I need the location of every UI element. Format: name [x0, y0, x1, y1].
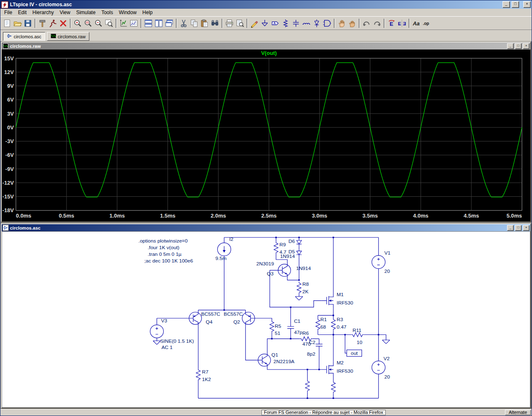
- rotate-icon[interactable]: E: [386, 18, 397, 28]
- svg-text:0V: 0V: [7, 124, 14, 131]
- save-icon[interactable]: [22, 18, 33, 28]
- svg-text:I2: I2: [229, 236, 233, 242]
- tile-horizontal-icon[interactable]: [143, 18, 153, 28]
- move-icon[interactable]: [336, 18, 347, 28]
- plot-settings-icon[interactable]: [128, 18, 139, 28]
- component-R4[interactable]: [331, 381, 335, 394]
- undo-icon[interactable]: [361, 18, 372, 28]
- zoom-out-icon[interactable]: [93, 18, 103, 28]
- svg-text:20: 20: [384, 268, 390, 274]
- resistor-icon[interactable]: [280, 18, 291, 28]
- close-button[interactable]: ×: [523, 1, 531, 8]
- svg-text:E: E: [389, 20, 393, 27]
- waveform-close-button[interactable]: ×: [523, 43, 530, 49]
- component-R11[interactable]: R11 10: [351, 327, 364, 345]
- find-icon[interactable]: [209, 18, 220, 28]
- svg-text:10: 10: [357, 339, 362, 345]
- menu-window[interactable]: Window: [116, 9, 140, 16]
- copy-icon[interactable]: [189, 18, 199, 28]
- component-C2[interactable]: C2 8p2: [307, 339, 323, 357]
- component-V1[interactable]: V1 20: [372, 250, 391, 274]
- new-schematic-icon[interactable]: [2, 18, 12, 28]
- menu-help[interactable]: Help: [140, 9, 156, 16]
- component-I2[interactable]: I2 9.5m: [215, 236, 234, 261]
- tab-circlomos-asc[interactable]: circlomos.asc: [3, 32, 45, 41]
- halt-icon[interactable]: [58, 18, 68, 28]
- menu-view[interactable]: View: [57, 9, 73, 16]
- label-net-icon[interactable]: [270, 18, 280, 28]
- print-preview-icon[interactable]: [234, 18, 245, 28]
- waveform-plot-pane[interactable]: 15V12V9V6V3V0V-3V-6V-9V-12V-15V-18V0.0ms…: [2, 50, 530, 221]
- run-icon[interactable]: [47, 18, 58, 28]
- cut-icon[interactable]: [178, 18, 189, 28]
- ground-icon[interactable]: [259, 18, 270, 28]
- open-icon[interactable]: [12, 18, 22, 28]
- toolbar-separator: [116, 19, 116, 28]
- ground-symbols: [153, 297, 390, 344]
- menu-hierarchy[interactable]: Hierarchy: [30, 9, 57, 16]
- component-R7[interactable]: R7 1K2: [196, 369, 211, 382]
- menu-simulate[interactable]: Simulate: [73, 9, 99, 16]
- schematic-canvas[interactable]: .options plotwinsize=0 .four 1K v(out) .…: [2, 232, 530, 407]
- text-icon[interactable]: Aa: [411, 18, 421, 28]
- redo-icon[interactable]: [372, 18, 382, 28]
- spice-directive-icon[interactable]: .op: [421, 18, 432, 28]
- component-R8[interactable]: R8 2K: [297, 281, 309, 295]
- menu-file[interactable]: File: [1, 9, 15, 16]
- paste-icon[interactable]: [199, 18, 209, 28]
- component-M2[interactable]: M2 IRF530: [322, 360, 353, 378]
- component-R2[interactable]: [305, 380, 310, 392]
- schematic-restore-button[interactable]: □: [515, 225, 522, 231]
- component-V2[interactable]: V2 20: [372, 356, 390, 380]
- component-R3[interactable]: R3 0.47: [331, 317, 347, 331]
- waveform-minimize-button[interactable]: _: [507, 43, 514, 49]
- minimize-button[interactable]: _: [502, 1, 510, 8]
- schematic-window: circlomos.asc _ □ ×: [1, 223, 531, 409]
- schematic-canvas-pane[interactable]: .options plotwinsize=0 .four 1K v(out) .…: [2, 231, 530, 408]
- wire-icon[interactable]: [249, 18, 259, 28]
- schematic-window-titlebar[interactable]: circlomos.asc _ □ ×: [2, 224, 530, 231]
- component-Q4[interactable]: BC557C Q4: [189, 310, 220, 326]
- schematic-minimize-button[interactable]: _: [507, 225, 514, 231]
- component-Q1[interactable]: Q1 2N2219A: [258, 352, 295, 368]
- svg-text:R11: R11: [352, 327, 362, 333]
- waveform-file-icon: [51, 33, 56, 40]
- diode-icon[interactable]: [311, 18, 322, 28]
- waveform-restore-button[interactable]: □: [515, 43, 522, 49]
- trace-name-label[interactable]: V(out): [261, 50, 277, 56]
- cascade-icon[interactable]: [164, 18, 174, 28]
- svg-text:12V: 12V: [4, 69, 14, 75]
- component-icon[interactable]: [322, 18, 332, 28]
- schematic-close-button[interactable]: ×: [523, 225, 530, 231]
- capacitor-icon[interactable]: [291, 18, 301, 28]
- net-label-out[interactable]: out: [347, 350, 362, 357]
- component-Q2[interactable]: BC557C Q2: [224, 310, 254, 326]
- maximize-button[interactable]: □: [512, 1, 519, 8]
- waveform-plot-svg[interactable]: 15V12V9V6V3V0V-3V-6V-9V-12V-15V-18V0.0ms…: [2, 50, 530, 221]
- tab-circlomos-raw[interactable]: circlomos.raw: [47, 32, 89, 41]
- autorange-y-icon[interactable]: [118, 18, 128, 28]
- spice-directives[interactable]: .options plotwinsize=0 .four 1K v(out) .…: [138, 238, 193, 264]
- tile-vertical-icon[interactable]: [153, 18, 164, 28]
- inductor-icon[interactable]: [301, 18, 311, 28]
- background-taskbar-button[interactable]: Forum FS Generation - Répondre au sujet …: [261, 410, 386, 415]
- component-R5[interactable]: R5 51: [270, 320, 281, 336]
- component-Q3[interactable]: 2N3019 Q3: [256, 261, 291, 278]
- zoom-back-icon[interactable]: [83, 18, 93, 28]
- waveform-window-titlebar[interactable]: circlomos.raw _ □ ×: [2, 42, 530, 50]
- component-M1[interactable]: M1 IRF530: [322, 292, 353, 309]
- svg-text:.tran 0 5m 0 1µ: .tran 0 5m 0 1µ: [148, 251, 181, 257]
- mirror-icon[interactable]: EE: [397, 18, 407, 28]
- print-icon[interactable]: [224, 18, 234, 28]
- toolbar-separator: [359, 19, 360, 28]
- title-bar[interactable]: LTspice IV - circlomos.asc _ □ ×: [0, 0, 532, 9]
- control-panel-icon[interactable]: [37, 18, 47, 28]
- menu-edit[interactable]: Edit: [15, 9, 30, 16]
- drag-icon[interactable]: [347, 18, 357, 28]
- zoom-in-icon[interactable]: [72, 18, 83, 28]
- menu-tools[interactable]: Tools: [99, 9, 116, 16]
- svg-text:BC557C: BC557C: [201, 311, 220, 317]
- component-R1[interactable]: R1 68: [316, 317, 327, 331]
- component-C1[interactable]: C1 47p: [287, 318, 303, 335]
- zoom-full-icon[interactable]: [103, 18, 114, 28]
